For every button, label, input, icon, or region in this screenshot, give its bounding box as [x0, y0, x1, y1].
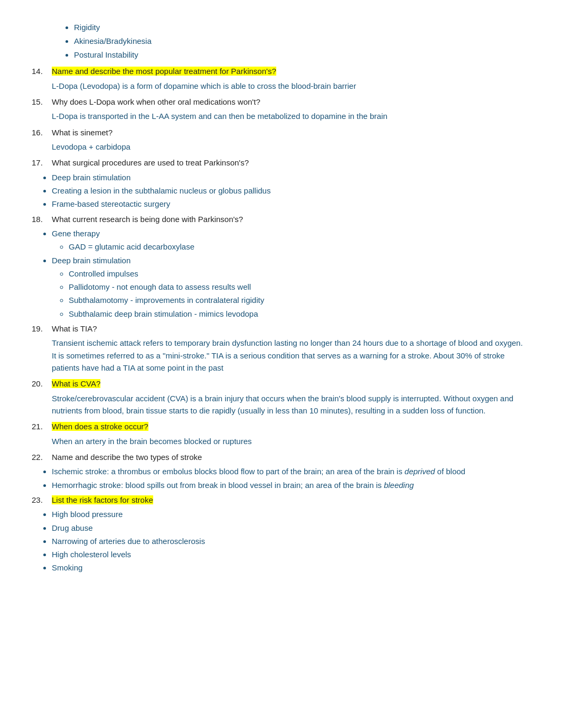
answer-14: L-Dopa (Levodopa) is a form of dopamine … — [52, 80, 529, 92]
list-item: Controlled impulses — [69, 268, 529, 280]
answer-text: Hemorrhagic stroke: blood spills out fro… — [52, 481, 414, 490]
answer-20: Stroke/cerebrovascular accident (CVA) is… — [52, 392, 529, 417]
question-20: 20. What is CVA? — [32, 378, 529, 390]
question-16: 16. What is sinemet? — [32, 127, 529, 139]
question-text: What surgical procedures are used to tre… — [52, 157, 249, 169]
question-text: Name and describe the two types of strok… — [52, 451, 202, 464]
question-number: 23. — [32, 494, 52, 506]
highlighted-question: List the risk factors for stroke — [52, 495, 153, 504]
question-23: 23. List the risk factors for stroke — [32, 494, 529, 506]
list-item: High blood pressure — [52, 508, 529, 520]
question-text: What is CVA? — [52, 378, 100, 390]
answer-text: Stroke/cerebrovascular accident (CVA) is… — [52, 394, 513, 415]
question-text: When does a stroke occur? — [52, 421, 148, 433]
question-number: 17. — [32, 157, 52, 169]
list-item: Deep brain stimulation — [52, 171, 529, 183]
answer-19: Transient ischemic attack refers to temp… — [52, 337, 529, 374]
question-number: 22. — [32, 451, 52, 464]
list-item: Drug abuse — [52, 522, 529, 534]
list-item: Postural Instability — [74, 49, 529, 61]
list-item: Smoking — [52, 561, 529, 574]
question-number: 19. — [32, 323, 52, 335]
answer-text: Ischemic stroke: a thrombus or embolus b… — [52, 467, 465, 476]
highlighted-question: When does a stroke occur? — [52, 422, 148, 431]
question-text: What current research is being done with… — [52, 214, 243, 226]
answer-text: Levodopa + carbidopa — [52, 142, 130, 151]
list-item: Pallidotomy - not enough data to assess … — [69, 281, 529, 293]
question-15: 15. Why does L-Dopa work when other oral… — [32, 96, 529, 108]
question-text: What is TIA? — [52, 323, 97, 335]
question-number: 21. — [32, 421, 52, 433]
question-22: 22. Name and describe the two types of s… — [32, 451, 529, 464]
list-item: Hemorrhagic stroke: blood spills out fro… — [52, 479, 529, 491]
question-number: 14. — [32, 66, 52, 78]
answer-16: Levodopa + carbidopa — [52, 141, 529, 153]
list-item: GAD = glutamic acid decarboxylase — [69, 241, 529, 253]
question-18: 18. What current research is being done … — [32, 214, 529, 226]
question-number: 18. — [32, 214, 52, 226]
question-text: Name and describe the most popular treat… — [52, 66, 276, 78]
answer-text: L-Dopa is transported in the L-AA system… — [52, 112, 387, 121]
question-text: What is sinemet? — [52, 127, 113, 139]
answer-text: When an artery in the brain becomes bloc… — [52, 437, 252, 446]
list-item: Gene therapy GAD = glutamic acid decarbo… — [52, 227, 529, 253]
highlighted-question: What is CVA? — [52, 379, 100, 388]
list-item: Subthalamotomy - improvements in contral… — [69, 294, 529, 306]
list-item: Creating a lesion in the subthalamic nuc… — [52, 185, 529, 197]
list-item: Subthalamic deep brain stimulation - mim… — [69, 308, 529, 320]
answer-21: When an artery in the brain becomes bloc… — [52, 435, 529, 447]
answer-15: L-Dopa is transported in the L-AA system… — [52, 110, 529, 122]
answer-list-18: Gene therapy GAD = glutamic acid decarbo… — [52, 227, 529, 320]
answer-text: Transient ischemic attack refers to temp… — [52, 338, 523, 372]
sub-list: GAD = glutamic acid decarboxylase — [69, 241, 529, 253]
question-text: List the risk factors for stroke — [52, 494, 153, 506]
list-item: Rigidity — [74, 21, 529, 34]
highlighted-question: Name and describe the most popular treat… — [52, 67, 276, 76]
answer-list-22: Ischemic stroke: a thrombus or embolus b… — [52, 465, 529, 491]
list-item: Deep brain stimulation Controlled impuls… — [52, 254, 529, 320]
answer-list-23: High blood pressure Drug abuse Narrowing… — [52, 508, 529, 574]
answer-text: L-Dopa (Levodopa) is a form of dopamine … — [52, 81, 356, 90]
question-number: 16. — [32, 127, 52, 139]
list-item: Narrowing of arteries due to atheroscler… — [52, 535, 529, 547]
question-number: 20. — [32, 378, 52, 390]
list-item: Frame-based stereotactic surgery — [52, 198, 529, 210]
question-19: 19. What is TIA? — [32, 323, 529, 335]
list-item: High cholesterol levels — [52, 548, 529, 560]
list-item: Akinesia/Bradykinesia — [74, 35, 529, 48]
answer-list-17: Deep brain stimulation Creating a lesion… — [52, 171, 529, 210]
sub-list: Controlled impulses Pallidotomy - not en… — [69, 268, 529, 320]
question-17: 17. What surgical procedures are used to… — [32, 157, 529, 169]
question-text: Why does L-Dopa work when other oral med… — [52, 96, 260, 108]
question-21: 21. When does a stroke occur? — [32, 421, 529, 433]
question-14: 14. Name and describe the most popular t… — [32, 66, 529, 78]
list-item: Ischemic stroke: a thrombus or embolus b… — [52, 465, 529, 477]
question-number: 15. — [32, 96, 52, 108]
intro-bullet-list: Rigidity Akinesia/Bradykinesia Postural … — [74, 21, 529, 61]
